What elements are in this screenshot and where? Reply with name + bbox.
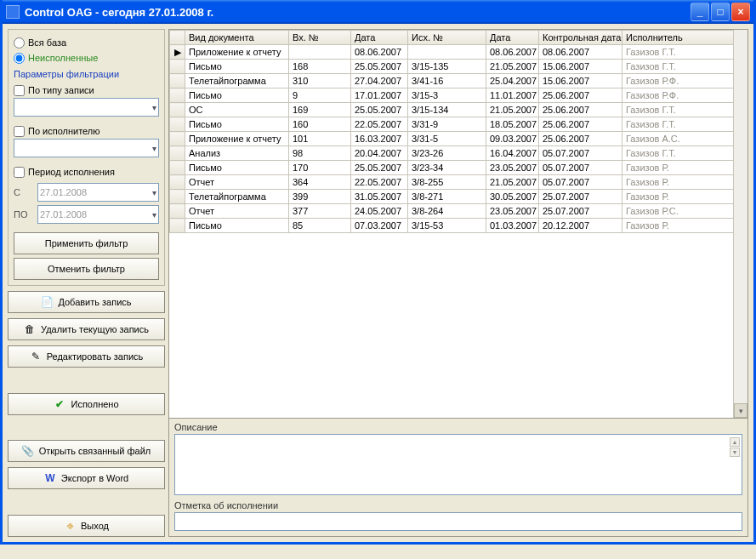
table-row[interactable]: Письмо917.01.20073/15-311.01.200725.06.2… [170,88,747,103]
check-by-type[interactable] [14,85,25,96]
delete-record-button[interactable]: 🗑 Удалить текущую запись [8,318,165,340]
check-by-executor[interactable] [14,126,25,137]
maximize-icon: □ [717,6,723,18]
col-in-no[interactable]: Вх. № [289,31,351,45]
scroll-down-icon[interactable]: ▾ [734,403,747,418]
table-row[interactable]: Отчет36422.05.20073/8-25521.05.200705.07… [170,175,747,190]
cell-in-no: 310 [289,74,351,88]
cell-control-date: 25.06.2007 [539,88,622,103]
grid-body: ▶Приложение к отчету08.06.200708.06.2007… [170,45,747,233]
cell-executor: Газизов Г.Т. [622,146,747,161]
cell-date1: 27.04.2007 [351,74,408,88]
reset-filter-button[interactable]: Отменить фильтр [14,258,159,280]
cell-control-date: 25.07.2007 [539,190,622,204]
table-row[interactable]: ▶Приложение к отчету08.06.200708.06.2007… [170,45,747,60]
add-record-button[interactable]: 📄 Добавить запись [8,291,165,313]
cell-in-no: 377 [289,204,351,219]
filter-params-header: Параметры фильтрации [14,69,159,79]
table-row[interactable]: Приложение к отчету10116.03.20073/31-509… [170,132,747,146]
date-to-input[interactable]: 27.01.2008 ▾ [37,205,159,224]
cell-out-no: 3/8-255 [408,175,486,190]
export-word-button[interactable]: W Экспорт в Word [8,467,165,489]
description-textbox[interactable]: ▴ ▾ [174,434,742,495]
executed-button[interactable]: ✔ Исполнено [8,393,165,415]
col-date1[interactable]: Дата [351,31,408,45]
cell-out-no: 3/23-34 [408,161,486,175]
cell-date1: 08.06.2007 [351,45,408,60]
col-doc-type[interactable]: Вид документа [185,31,289,45]
edit-record-button[interactable]: ✎ Редактировать запись [8,345,165,368]
cell-date2: 21.05.2007 [486,103,539,117]
cell-doc-type: Письмо [185,88,289,103]
cell-executor: Газизов Р. [622,219,747,233]
table-row[interactable]: Телетайпограмма31027.04.20073/41-1625.04… [170,74,747,88]
check-period[interactable] [14,167,25,178]
cell-control-date: 05.07.2007 [539,146,622,161]
app-icon [6,5,20,19]
add-record-label: Добавить запись [58,297,131,307]
cell-out-no: 3/15-3 [408,88,486,103]
cell-in-no: 399 [289,190,351,204]
word-icon: W [44,472,56,484]
cell-out-no: 3/41-16 [408,74,486,88]
apply-filter-button[interactable]: Применить фильтр [14,232,159,254]
apply-filter-label: Применить фильтр [45,238,128,248]
cell-date1: 25.05.2007 [351,60,408,74]
open-linked-file-button[interactable]: 📎 Открыть связанный файл [8,440,165,462]
data-grid[interactable]: Вид документа Вх. № Дата Исх. № Дата Кон… [169,30,747,233]
col-date2[interactable]: Дата [486,31,539,45]
table-row[interactable]: Телетайпограмма39931.05.20073/8-27130.05… [170,190,747,204]
table-row[interactable]: Письмо17025.05.20073/23-3423.05.200705.0… [170,161,747,175]
edit-icon: ✎ [30,351,42,362]
minimize-button[interactable]: _ [691,3,709,21]
table-row[interactable]: Письмо16825.05.20073/15-13521.05.200715.… [170,60,747,74]
note-textbox[interactable] [174,512,742,531]
radio-all-db[interactable] [14,37,25,48]
cell-executor: Газизов Г.Т. [622,60,747,74]
combo-by-executor[interactable]: ▾ [14,139,159,157]
window-title: Control OAG - сегодня 27.01.2008 г. [25,6,691,19]
table-row[interactable]: Отчет37724.05.20073/8-26423.05.200725.07… [170,204,747,219]
cell-date1: 31.05.2007 [351,190,408,204]
radio-pending[interactable] [14,53,25,64]
attachment-icon: 📎 [22,445,34,457]
grid-scrollbar[interactable]: ▾ [733,30,747,418]
chevron-down-icon: ▾ [152,188,156,197]
scroll-down-icon[interactable]: ▾ [730,448,740,457]
date-from-input[interactable]: 27.01.2008 ▾ [37,183,159,202]
cell-executor: Газизов Г.Т. [622,117,747,132]
table-row[interactable]: Анализ9820.04.20073/23-2616.04.200705.07… [170,146,747,161]
table-row[interactable]: Письмо8507.03.20073/15-5301.03.200720.12… [170,219,747,233]
cell-date1: 07.03.2007 [351,219,408,233]
cell-in-no: 169 [289,103,351,117]
table-row[interactable]: ОС16925.05.20073/15-13421.05.200725.06.2… [170,103,747,117]
combo-by-type[interactable]: ▾ [14,98,159,117]
col-control-date[interactable]: Контрольная дата [539,31,622,45]
close-button[interactable]: × [731,3,750,21]
cell-date2: 25.04.2007 [486,74,539,88]
document-new-icon: 📄 [41,296,53,308]
table-row[interactable]: Письмо16022.05.20073/31-918.05.200725.06… [170,117,747,132]
row-marker [170,161,185,175]
cell-date1: 24.05.2007 [351,204,408,219]
chevron-down-icon: ▾ [152,210,156,220]
edit-record-label: Редактировать запись [47,351,144,362]
cell-in-no: 9 [289,88,351,103]
cell-doc-type: Анализ [185,146,289,161]
cell-executor: Газизов Р.Ф. [622,88,747,103]
cell-executor: Газизов Р. [622,175,747,190]
close-icon: × [737,6,743,18]
scroll-up-icon[interactable]: ▴ [730,437,740,447]
cell-in-no: 168 [289,60,351,74]
cell-date1: 25.05.2007 [351,161,408,175]
col-out-no[interactable]: Исх. № [408,31,486,45]
scope-group: Вся база Неисполненные Параметры фильтра… [8,29,165,286]
maximize-button[interactable]: □ [711,3,730,21]
titlebar[interactable]: Control OAG - сегодня 27.01.2008 г. _ □ … [3,0,753,24]
cell-out-no: 3/31-5 [408,132,486,146]
exit-button[interactable]: ⎆ Выход [8,515,165,537]
col-executor[interactable]: Исполнитель [622,31,747,45]
exit-icon: ⎆ [64,520,76,532]
export-word-label: Экспорт в Word [61,473,128,483]
row-marker [170,88,185,103]
